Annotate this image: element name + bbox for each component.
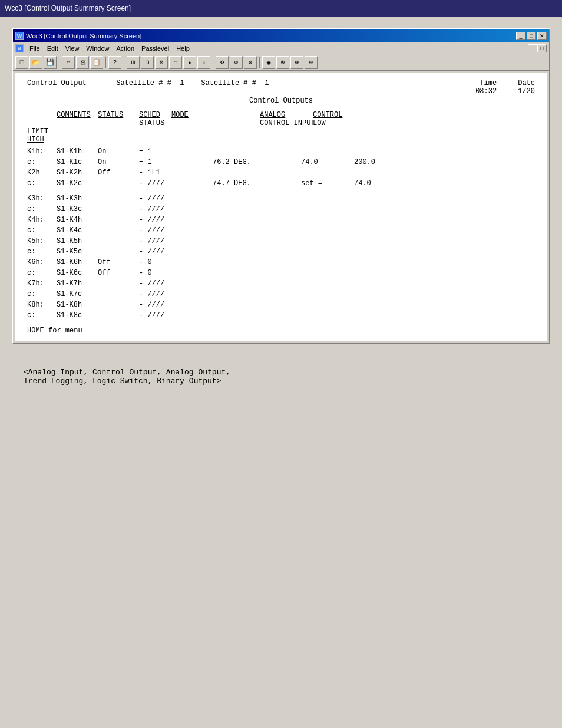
table-cell: - //// (139, 215, 180, 225)
tb-copy[interactable]: ⎘ (76, 56, 89, 69)
table-cell (354, 236, 395, 246)
table-cell (301, 299, 354, 310)
menu-restore-button[interactable]: □ (537, 44, 547, 52)
control-output-label: Control Output (27, 79, 87, 87)
menu-edit[interactable]: Edit (44, 44, 62, 53)
menu-file[interactable]: File (26, 44, 44, 53)
close-button[interactable]: ✕ (537, 32, 547, 40)
table-cell: c: (27, 225, 57, 236)
table-cell (180, 167, 213, 178)
tb-new[interactable]: □ (15, 56, 28, 69)
menu-help[interactable]: Help (173, 44, 193, 53)
col-sched-status: SCHED STATUS (139, 111, 171, 127)
satellite2-label: Satellite # (201, 79, 247, 87)
table-cell (213, 289, 301, 299)
table-cell: 200.0 (354, 157, 395, 167)
table-cell (213, 167, 301, 178)
table-cell: Off (98, 257, 139, 268)
window-icon: W (15, 32, 24, 40)
table-cell: S1-K3c (57, 204, 98, 215)
tb-btn-i[interactable]: ⊗ (244, 56, 257, 69)
screen-footer: HOME for menu (27, 327, 535, 335)
control-outputs-separator: Control Outputs (27, 97, 535, 105)
below-line2: Trend Logging, Logic Switch, Binary Outp… (24, 377, 538, 386)
table-cell (301, 268, 354, 278)
menu-view[interactable]: View (62, 44, 83, 53)
col-comments: COMMENTS (57, 111, 98, 127)
table-cell: c: (27, 204, 57, 215)
tb-btn-c[interactable]: ⊠ (155, 56, 168, 69)
tb-btn-d[interactable]: ⌂ (169, 56, 182, 69)
tb-sep-4 (213, 57, 213, 68)
menu-passlevel[interactable]: Passlevel (138, 44, 173, 53)
table-row: c:S1-K3c- //// (27, 204, 535, 215)
table-cell: 74.7 DEG. (213, 178, 301, 189)
tb-btn-j[interactable]: ◉ (262, 56, 275, 69)
table-cell: - //// (139, 310, 180, 321)
tb-btn-b[interactable]: ⊟ (141, 56, 154, 69)
tb-save[interactable]: 💾 (44, 56, 57, 69)
table-row: K5h:S1-K5h- //// (27, 236, 535, 246)
menu-minimize-button[interactable]: _ (528, 44, 537, 52)
table-cell: S1-K8c (57, 310, 98, 321)
table-cell: - //// (139, 178, 180, 189)
table-cell: K8h: (27, 299, 57, 310)
table-cell: K4h: (27, 215, 57, 225)
tb-btn-e[interactable]: ★ (183, 56, 196, 69)
table-cell (354, 215, 395, 225)
table-cell: S1-K5h (57, 236, 98, 246)
table-cell (180, 289, 213, 299)
tb-btn-g[interactable]: ⚙ (216, 56, 229, 69)
window-titlebar: W Wcc3 [Control Output Summary Screen] _… (13, 29, 549, 42)
tb-btn-k[interactable]: ⊚ (276, 56, 289, 69)
table-cell: - 0 (139, 268, 180, 278)
tb-open[interactable]: 📂 (29, 56, 42, 69)
table-cell: S1-K7h (57, 278, 98, 289)
menu-window[interactable]: Window (82, 44, 113, 53)
table-cell: set = (301, 178, 354, 189)
tb-btn-m[interactable]: ⊜ (305, 56, 318, 69)
table-cell (301, 278, 354, 289)
table-cell (98, 310, 139, 321)
table-cell: 74.0 (301, 157, 354, 167)
table-cell (98, 215, 139, 225)
table-row: c:S1-K8c- //// (27, 310, 535, 321)
maximize-button[interactable]: □ (527, 32, 536, 40)
table-cell (301, 167, 354, 178)
table-cell: c: (27, 178, 57, 189)
table-cell (213, 268, 301, 278)
col-status: STATUS (98, 111, 139, 127)
col-limit-high: LIMIT HIGH (27, 127, 57, 144)
table-cell (180, 204, 213, 215)
tb-sep-3 (124, 57, 124, 68)
table-cell (180, 246, 213, 257)
table-cell (301, 246, 354, 257)
minimize-button[interactable]: _ (516, 32, 525, 40)
tb-btn-l[interactable]: ⊛ (290, 56, 303, 69)
tb-cut[interactable]: ✂ (62, 56, 75, 69)
tb-paste[interactable]: 📋 (90, 56, 103, 69)
tb-btn-h[interactable]: ⊕ (230, 56, 243, 69)
table-cell: - //// (139, 246, 180, 257)
table-cell (354, 257, 395, 268)
menu-action[interactable]: Action (113, 44, 138, 53)
menu-app-icon: W (15, 44, 24, 52)
table-row: K2hS1-K2hOff- 1L1 (27, 167, 535, 178)
table-row: K3h:S1-K3h- //// (27, 193, 535, 204)
table-cell (98, 204, 139, 215)
table-cell (301, 146, 354, 157)
spacer-row (27, 189, 535, 193)
table-cell: On (98, 157, 139, 167)
table-cell (301, 257, 354, 268)
table-cell: K2h (27, 167, 57, 178)
table-cell: K7h: (27, 278, 57, 289)
tb-help[interactable]: ? (108, 56, 121, 69)
table-cell (301, 225, 354, 236)
table-cell: K3h: (27, 193, 57, 204)
table-cell (354, 289, 395, 299)
table-row: c:S1-K6cOff- 0 (27, 268, 535, 278)
satellite2-value: 1 (265, 79, 269, 87)
table-cell (180, 215, 213, 225)
tb-btn-f[interactable]: ☆ (197, 56, 210, 69)
tb-btn-a[interactable]: ⊞ (127, 56, 140, 69)
